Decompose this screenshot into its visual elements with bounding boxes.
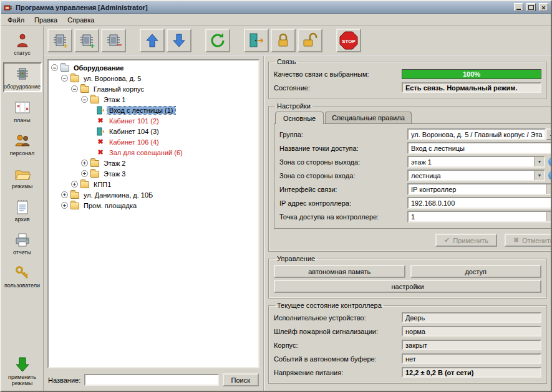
- minimize-button[interactable]: [514, 3, 523, 11]
- tree-collapse-handle[interactable]: [61, 75, 68, 82]
- settings-group: Настройки Основные Специальные правила Г…: [268, 102, 551, 252]
- sidebar-item-label: планы: [4, 117, 41, 123]
- stop-button[interactable]: STOP: [336, 29, 361, 52]
- tree-item[interactable]: Оборудование: [50, 62, 257, 73]
- tree-item[interactable]: Кабинет 104 (3): [50, 126, 257, 136]
- tree-collapse-handle[interactable]: [71, 85, 78, 92]
- tree-item[interactable]: Этаж 1: [50, 94, 257, 105]
- folder-icon: [80, 181, 89, 188]
- sidebar-item-equipment[interactable]: оборудование: [3, 62, 42, 92]
- search-input[interactable]: [84, 374, 218, 386]
- management-group-title: Управление: [275, 255, 317, 262]
- connection-group: Связь Качество связи с выбранным: 100% С…: [268, 58, 547, 99]
- controller-point-select[interactable]: 1: [407, 211, 551, 222]
- settings-group-title: Настройки: [275, 102, 312, 110]
- settings-button[interactable]: настройки: [274, 280, 541, 293]
- fire-loop-field: норма: [402, 326, 541, 337]
- tree-item[interactable]: ул. Воронова, д. 5: [50, 73, 257, 84]
- access-point-name-field[interactable]: Вход с лестницы: [407, 142, 551, 154]
- door-control-button[interactable]: [244, 29, 269, 52]
- ip-address-field[interactable]: 192.168.0.100: [407, 197, 551, 209]
- chevron-down-icon[interactable]: [546, 184, 551, 194]
- tree-item-selected[interactable]: Вход с лестницы (1): [50, 105, 257, 115]
- chevron-down-icon[interactable]: [534, 157, 544, 166]
- close-button[interactable]: [539, 3, 548, 11]
- tree-item[interactable]: ул. Данилкина, д. 10Б: [50, 189, 257, 200]
- refresh-button[interactable]: [205, 29, 230, 52]
- tree-expand-handle[interactable]: [61, 202, 68, 209]
- tab-main[interactable]: Основные: [275, 112, 324, 124]
- tree-expand-handle[interactable]: [81, 170, 88, 177]
- zone-enter-label: Зона со стороны входа:: [279, 172, 407, 179]
- access-button[interactable]: доступ: [410, 265, 542, 278]
- tree-item[interactable]: Этаж 2: [50, 158, 257, 168]
- menu-file[interactable]: Файл: [2, 15, 29, 25]
- sidebar-item-plans[interactable]: планы: [3, 97, 42, 125]
- apply-button[interactable]: Применить: [435, 234, 497, 247]
- help-icon[interactable]: [548, 157, 551, 166]
- tree-expand-handle[interactable]: [71, 181, 78, 188]
- tree-item[interactable]: Зал для совещаний (6): [50, 147, 257, 158]
- search-button[interactable]: Поиск: [223, 373, 259, 386]
- tree-expand-handle[interactable]: [81, 160, 88, 166]
- menu-help[interactable]: Справка: [62, 15, 99, 25]
- add-button[interactable]: +: [47, 29, 72, 52]
- interface-select[interactable]: IP контроллер: [407, 183, 551, 195]
- management-group: Управление автономная память доступ наст…: [268, 255, 547, 299]
- tab-special-rules[interactable]: Специальные правила: [325, 112, 412, 123]
- app-icon: [4, 3, 12, 12]
- sidebar-item-users[interactable]: пользователи: [3, 262, 42, 290]
- folder-icon: [61, 65, 69, 72]
- add-child-button[interactable]: +: [74, 29, 99, 52]
- zone-enter-select[interactable]: лестница: [407, 170, 545, 181]
- folder-icon: [70, 75, 79, 82]
- title-bar[interactable]: Программа управления [Administrator]: [1, 1, 551, 14]
- tree-item[interactable]: Этаж 3: [50, 168, 257, 179]
- controller-state-group: Текущее состояние контроллера Исполнител…: [268, 302, 547, 384]
- autonomous-memory-button[interactable]: автономная память: [274, 265, 405, 278]
- sidebar-item-status[interactable]: статус: [3, 29, 42, 58]
- tree-expand-handle[interactable]: [61, 191, 68, 198]
- state-row-label: Корпус:: [274, 342, 402, 349]
- restore-button[interactable]: [526, 3, 536, 11]
- state-row-label: Шлейф пожарной сигнализации:: [274, 328, 402, 335]
- chevron-down-icon[interactable]: [546, 212, 551, 221]
- help-icon[interactable]: [548, 171, 551, 180]
- offline-x-icon: [96, 117, 105, 125]
- map-icon: [13, 99, 32, 117]
- move-down-button[interactable]: [167, 29, 191, 52]
- cancel-button[interactable]: Отменить: [505, 234, 551, 247]
- chevron-down-icon[interactable]: [534, 171, 544, 180]
- tree-item-label: ул. Данилкина, д. 10Б: [82, 191, 155, 199]
- tree-item-label: Оборудование: [72, 64, 125, 72]
- state-row-label: Напряжение питания:: [274, 369, 402, 376]
- move-up-button[interactable]: [140, 29, 165, 52]
- menu-edit[interactable]: Правка: [29, 15, 62, 25]
- person-status-icon: [13, 32, 32, 49]
- sidebar-item-reports[interactable]: отчеты: [3, 229, 42, 257]
- search-label: Название:: [48, 376, 80, 384]
- zone-exit-select[interactable]: этаж 1: [407, 156, 545, 168]
- tree-item[interactable]: Пром. площадка: [50, 200, 257, 211]
- equipment-tree[interactable]: Оборудование ул. Воронова, д. 5 Главный …: [47, 59, 259, 368]
- lock-button[interactable]: [271, 29, 296, 52]
- tree-item[interactable]: Кабинет 101 (2): [50, 115, 257, 126]
- sidebar-item-personnel[interactable]: персонал: [3, 130, 42, 158]
- tree-item[interactable]: Главный корпус: [50, 84, 257, 94]
- tree-collapse-handle[interactable]: [81, 96, 88, 103]
- offline-x-icon: [96, 138, 105, 146]
- tree-item-label: Главный корпус: [92, 85, 146, 93]
- tree-collapse-handle[interactable]: [51, 64, 58, 71]
- tree-item[interactable]: КПП1: [50, 179, 257, 189]
- state-label: Состояние:: [274, 84, 402, 92]
- state-row-label: Событий в автономном буфере:: [274, 355, 402, 363]
- remove-button[interactable]: −: [101, 29, 126, 52]
- sidebar-item-apply-modes[interactable]: применить режимы: [3, 353, 42, 388]
- unlock-button[interactable]: [298, 29, 322, 52]
- details-panel: Связь Качество связи с выбранным: 100% С…: [264, 56, 551, 391]
- tree-item[interactable]: Кабинет 106 (4): [50, 136, 257, 147]
- sidebar-item-modes[interactable]: режимы: [3, 163, 42, 191]
- sidebar-item-archive[interactable]: архив: [3, 196, 42, 224]
- group-field[interactable]: ул. Воронова, д. 5 / Главный корпус / Эт…: [407, 128, 546, 140]
- browse-button[interactable]: ...: [546, 128, 551, 140]
